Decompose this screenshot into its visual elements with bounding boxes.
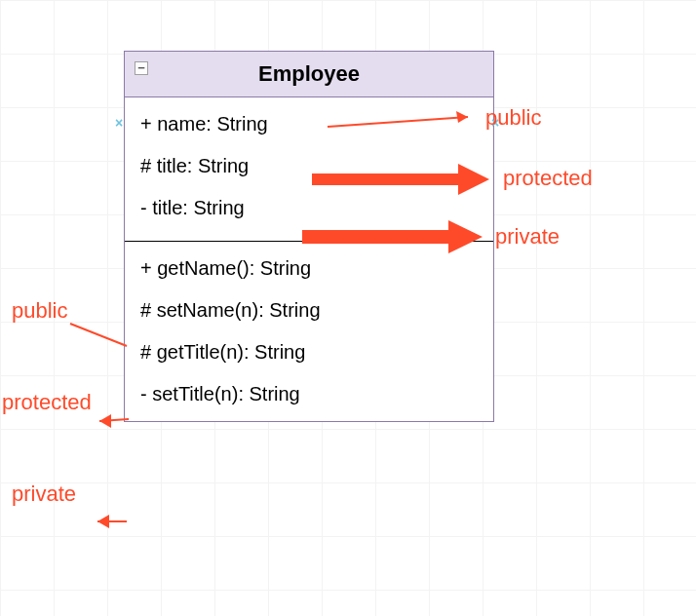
annotation-public-right: public [485,105,541,131]
attribute-row: - title: String [125,187,493,229]
annotation-public-left: public [12,298,67,324]
method-row: # setName(n): String [125,289,493,331]
collapse-icon[interactable]: − [135,61,148,75]
attribute-row: + name: String [125,103,493,145]
svg-line-4 [70,324,127,346]
annotation-protected-right: protected [503,166,593,191]
method-row: # getTitle(n): String [125,331,493,373]
annotation-private-right: private [495,224,560,250]
annotation-private-left: private [12,481,76,507]
uml-class-header: − Employee [125,52,493,97]
method-row: - setTitle(n): String [125,373,493,415]
attributes-section: + name: String # title: String - title: … [125,97,493,235]
attribute-row: # title: String [125,145,493,187]
methods-section: + getName(): String # setName(n): String… [125,242,493,421]
class-name: Employee [258,61,360,86]
svg-marker-8 [97,515,109,528]
annotation-protected-left: protected [2,390,92,415]
connection-handle-left[interactable]: × [115,115,123,131]
method-row: + getName(): String [125,248,493,289]
svg-marker-6 [99,414,111,428]
uml-class-box: − Employee + name: String # title: Strin… [124,51,494,422]
